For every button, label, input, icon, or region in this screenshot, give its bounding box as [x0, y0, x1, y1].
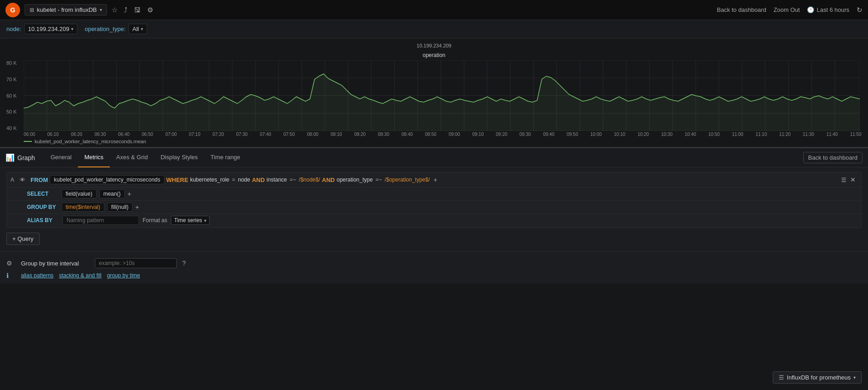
editor-tabs: 📊 Graph General Metrics Axes & Grid Disp… — [0, 148, 868, 167]
db-icon: ☰ — [779, 374, 784, 381]
cond2-key: instance — [267, 177, 287, 183]
stacking-fill-link[interactable]: stacking & and fill — [59, 272, 101, 279]
group-by-time[interactable]: time($interval) — [62, 203, 104, 212]
chart-ip-label: 10.199.234.209 — [6, 43, 862, 48]
tab-time-range[interactable]: Time range — [204, 148, 247, 167]
datasource-selector[interactable]: ☰ InfluxDB for prometheus ▾ — [773, 371, 862, 384]
add-condition-button[interactable]: + — [432, 176, 439, 183]
x-label-0900: 09:00 — [449, 132, 460, 137]
select-field[interactable]: field(value) — [62, 189, 97, 198]
operation-type-value-button[interactable]: All ▾ — [128, 24, 147, 34]
x-label-0940: 09:40 — [543, 132, 555, 137]
time-range-label: Last 6 hours — [817, 6, 849, 13]
panel-type-graph: 📊 Graph — [5, 153, 35, 162]
cond3-key: operation_type — [337, 177, 373, 183]
x-label-0800: 08:00 — [307, 132, 318, 137]
node-caret-icon: ▾ — [71, 26, 73, 31]
help-icon[interactable]: ? — [182, 260, 186, 267]
x-label-0700: 07:00 — [165, 132, 177, 137]
top-bar-right: Back to dashboard Zoom Out 🕐 Last 6 hour… — [717, 6, 863, 14]
and2-keyword: AND — [322, 177, 335, 183]
x-label-0630: 06:30 — [94, 132, 106, 137]
query-close-button[interactable]: ✕ — [848, 176, 858, 183]
chart-container: 10.199.234.209 operation 80 K 70 K 60 K … — [0, 38, 868, 147]
alias-patterns-link[interactable]: alias patterns — [21, 272, 53, 279]
back-to-dashboard-editor-button[interactable]: Back to dashboard — [803, 152, 863, 163]
where-keyword: WHERE — [166, 177, 188, 183]
query-menu-button[interactable]: ☰ — [841, 177, 847, 183]
cond2-op: =~ — [289, 177, 297, 183]
y-label-40k: 40 K — [6, 125, 17, 131]
top-bar-left: G ⊞ kubelet - from influxDB ▾ ☆ ⤴ 🖫 ⚙ — [5, 3, 153, 17]
group-by-time-label: Group by time interval — [21, 260, 89, 267]
chart-area: 80 K 70 K 60 K 50 K 40 K — [24, 60, 860, 131]
alias-by-keyword: ALIAS BY — [27, 217, 59, 224]
cond2-val: /$node$/ — [299, 177, 320, 183]
x-label-1020: 10:20 — [637, 132, 649, 137]
tab-general[interactable]: General — [44, 148, 78, 167]
format-as-caret: ▾ — [204, 218, 206, 223]
x-label-0820: 08:20 — [354, 132, 365, 137]
and1-keyword: AND — [252, 177, 265, 183]
format-as-select[interactable]: Time series ▾ — [171, 216, 210, 225]
star-icon[interactable]: ☆ — [112, 6, 118, 14]
add-group-by-button[interactable]: + — [135, 203, 139, 211]
group-by-time-input[interactable] — [95, 258, 177, 268]
x-label-0740: 07:40 — [260, 132, 271, 137]
info-icon: ℹ — [6, 272, 15, 279]
from-keyword: FROM — [31, 177, 48, 183]
settings-icon[interactable]: ⚙ — [147, 6, 153, 14]
cond3-op: =~ — [375, 177, 383, 183]
dashboard-title: kubelet - from influxDB — [37, 6, 97, 13]
group-by-row: GROUP BY time($interval) fill(null) + — [7, 200, 861, 213]
add-select-button[interactable]: + — [128, 190, 131, 198]
filter-bar: node: 10.199.234.209 ▾ operation_type: A… — [0, 20, 868, 38]
group-by-fill[interactable]: fill(null) — [107, 203, 133, 212]
alias-input[interactable] — [62, 216, 139, 225]
select-fn[interactable]: mean() — [99, 189, 125, 198]
x-label-0910: 09:10 — [472, 132, 483, 137]
caret-icon: ▾ — [100, 7, 102, 12]
node-value-button[interactable]: 10.199.234.209 ▾ — [24, 24, 77, 34]
x-label-1030: 10:30 — [661, 132, 673, 137]
y-axis: 80 K 70 K 60 K 50 K 40 K — [6, 60, 19, 131]
refresh-icon[interactable]: ↻ — [857, 6, 863, 14]
eye-icon[interactable]: 👁 — [20, 177, 29, 183]
tab-axes-grid[interactable]: Axes & Grid — [110, 148, 154, 167]
group-by-time-link[interactable]: group by time — [107, 272, 140, 279]
x-label-1010: 10:10 — [614, 132, 625, 137]
x-label-0620: 06:20 — [71, 132, 82, 137]
add-query-button[interactable]: + Query — [6, 233, 40, 245]
share-icon[interactable]: ⤴ — [124, 6, 128, 14]
x-label-0610: 06:10 — [47, 132, 59, 137]
x-label-0950: 09:50 — [567, 132, 578, 137]
legend-label: kubelet_pod_worker_latency_microseconds.… — [35, 139, 146, 144]
select-keyword: SELECT — [27, 191, 59, 197]
format-as-label: Format as — [143, 217, 167, 224]
x-label-0750: 07:50 — [283, 132, 295, 137]
x-label-1110: 11:10 — [755, 132, 767, 137]
back-to-dashboard-top[interactable]: Back to dashboard — [717, 6, 766, 13]
zoom-out-btn[interactable]: Zoom Out — [774, 6, 800, 13]
node-label: node: — [6, 26, 21, 32]
chart-legend: kubelet_pod_worker_latency_microseconds.… — [24, 139, 862, 144]
chart-svg — [24, 60, 860, 131]
x-label-0730: 07:30 — [236, 132, 247, 137]
bar-chart-icon: 📊 — [5, 153, 15, 162]
dashboard-title-button[interactable]: ⊞ kubelet - from influxDB ▾ — [25, 4, 107, 16]
save-icon[interactable]: 🖫 — [134, 6, 141, 14]
group-by-keyword: GROUP BY — [27, 204, 59, 210]
x-label-1000: 10:00 — [591, 132, 602, 137]
datasource-caret: ▾ — [853, 375, 856, 380]
tab-display-styles[interactable]: Display Styles — [154, 148, 204, 167]
x-label-1100: 11:00 — [732, 132, 743, 137]
tab-metrics[interactable]: Metrics — [78, 148, 110, 167]
alias-by-row: ALIAS BY Format as Time series ▾ — [7, 213, 861, 228]
cond3-val: /$operation_type$/ — [385, 177, 430, 183]
time-range-button[interactable]: 🕐 Last 6 hours — [807, 6, 849, 13]
datasource-label: InfluxDB for prometheus — [787, 374, 851, 381]
query-main-row: A 👁 FROM kubelet_pod_worker_latency_micr… — [7, 172, 861, 187]
operation-type-value: All — [133, 26, 139, 32]
from-measurement[interactable]: kubelet_pod_worker_latency_microseconds — [50, 175, 164, 184]
filter-operation-type: operation_type: All ▾ — [85, 24, 147, 34]
